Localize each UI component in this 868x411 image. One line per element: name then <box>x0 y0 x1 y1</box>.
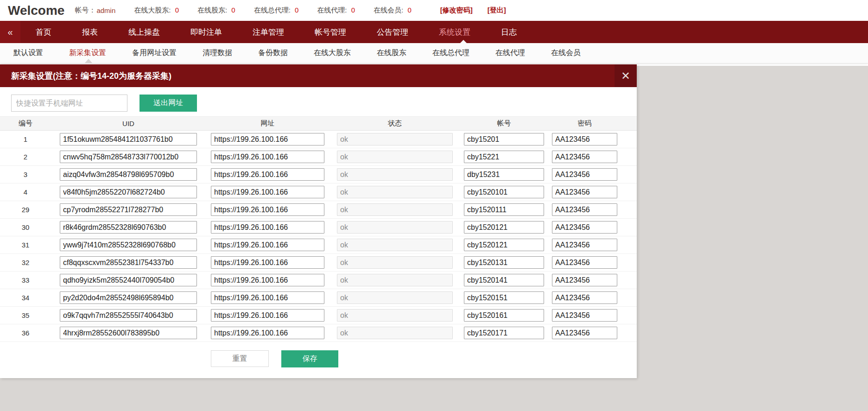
table-header-row: 编号 UID 网址 状态 帐号 密码 <box>0 116 637 131</box>
url-input[interactable] <box>211 239 324 251</box>
online-stat: 在线会员: 0 <box>374 6 412 15</box>
password-input[interactable] <box>552 203 617 216</box>
uid-input[interactable] <box>60 309 197 322</box>
nav-item[interactable]: 系统设置 <box>424 21 486 43</box>
password-input[interactable] <box>552 256 617 269</box>
nav-item[interactable]: 线上操盘 <box>113 21 175 43</box>
status-input <box>337 309 453 322</box>
table-row: 31 <box>0 236 637 254</box>
row-number: 4 <box>0 188 51 196</box>
account-input[interactable] <box>464 186 544 198</box>
table-row: 30 <box>0 219 637 236</box>
table-row: 36 <box>0 324 637 342</box>
stat-label: 在线股东: <box>197 6 227 14</box>
url-input[interactable] <box>211 186 324 198</box>
status-input <box>337 151 453 163</box>
subnav-item[interactable]: 清理数据 <box>190 43 245 63</box>
header-uid: UID <box>60 120 197 127</box>
account-input[interactable] <box>464 168 544 181</box>
row-number: 36 <box>0 329 51 337</box>
uid-input[interactable] <box>60 327 197 339</box>
row-number: 32 <box>0 259 51 266</box>
status-input <box>337 327 453 339</box>
url-input[interactable] <box>211 168 324 181</box>
account-value: admin <box>96 6 115 14</box>
table-row: 1 <box>0 131 637 148</box>
subnav-item[interactable]: 在线大股东 <box>301 43 364 63</box>
status-input <box>337 186 453 198</box>
url-input[interactable] <box>211 151 324 163</box>
password-input[interactable] <box>552 327 617 339</box>
account-input[interactable] <box>464 309 544 322</box>
change-password-link[interactable]: [修改密码] <box>440 6 473 15</box>
uid-input[interactable] <box>60 203 197 216</box>
account-input[interactable] <box>464 151 544 163</box>
account-input[interactable] <box>464 221 544 234</box>
uid-input[interactable] <box>60 291 197 304</box>
account-input[interactable] <box>464 274 544 286</box>
uid-input[interactable] <box>60 256 197 269</box>
nav-item[interactable]: 帐号管理 <box>299 21 361 43</box>
nav-item[interactable]: 公告管理 <box>361 21 424 43</box>
stat-label: 在线大股东: <box>134 6 171 14</box>
url-input[interactable] <box>211 274 324 286</box>
nav-item[interactable]: 日志 <box>486 21 532 43</box>
quick-mobile-url-input[interactable] <box>11 95 127 112</box>
subnav-item[interactable]: 在线总代理 <box>419 43 482 63</box>
nav-item[interactable]: 首页 <box>20 21 67 43</box>
nav-item[interactable]: 报表 <box>67 21 113 43</box>
url-input[interactable] <box>211 327 324 339</box>
submit-url-button[interactable]: 送出网址 <box>139 95 197 112</box>
password-input[interactable] <box>552 221 617 234</box>
uid-input[interactable] <box>60 133 197 145</box>
account-label: 帐号： <box>75 6 95 15</box>
password-input[interactable] <box>552 133 617 145</box>
welcome-title: Welcome <box>8 3 64 18</box>
url-input[interactable] <box>211 256 324 269</box>
password-input[interactable] <box>552 274 617 286</box>
logout-link[interactable]: [登出] <box>488 6 506 15</box>
password-input[interactable] <box>552 291 617 304</box>
password-input[interactable] <box>552 151 617 163</box>
password-input[interactable] <box>552 186 617 198</box>
account-input[interactable] <box>464 256 544 269</box>
uid-input[interactable] <box>60 239 197 251</box>
nav-item[interactable]: 注单管理 <box>237 21 299 43</box>
uid-input[interactable] <box>60 221 197 234</box>
uid-input[interactable] <box>60 151 197 163</box>
uid-input[interactable] <box>60 168 197 181</box>
account-input[interactable] <box>464 133 544 145</box>
subnav-item[interactable]: 在线股东 <box>364 43 419 63</box>
header-no: 编号 <box>0 119 51 128</box>
row-number: 30 <box>0 223 51 231</box>
url-input[interactable] <box>211 221 324 234</box>
account-input[interactable] <box>464 327 544 339</box>
subnav-item[interactable]: 在线代理 <box>482 43 538 63</box>
password-input[interactable] <box>552 239 617 251</box>
password-input[interactable] <box>552 309 617 322</box>
url-input[interactable] <box>211 133 324 145</box>
collapse-sidebar-icon[interactable]: « <box>0 21 20 43</box>
uid-input[interactable] <box>60 274 197 286</box>
row-number: 35 <box>0 311 51 319</box>
uid-input[interactable] <box>60 186 197 198</box>
account-input[interactable] <box>464 239 544 251</box>
reset-button[interactable]: 重置 <box>211 350 269 367</box>
password-input[interactable] <box>552 168 617 181</box>
close-icon[interactable]: ✕ <box>615 64 637 87</box>
save-button[interactable]: 保存 <box>281 350 338 367</box>
subnav-item[interactable]: 备份数据 <box>245 43 301 63</box>
account-input[interactable] <box>464 203 544 216</box>
status-input <box>337 221 453 234</box>
url-input[interactable] <box>211 291 324 304</box>
stat-value: 0 <box>351 6 355 14</box>
online-stat: 在线代理: 0 <box>317 6 355 15</box>
table-row: 4 <box>0 183 637 201</box>
subnav-item[interactable]: 默认设置 <box>0 43 56 63</box>
subnav-item[interactable]: 在线会员 <box>538 43 594 63</box>
nav-item[interactable]: 即时注单 <box>175 21 237 43</box>
account-input[interactable] <box>464 291 544 304</box>
url-input[interactable] <box>211 309 324 322</box>
url-input[interactable] <box>211 203 324 216</box>
subnav-item[interactable]: 备用网址设置 <box>119 43 190 63</box>
